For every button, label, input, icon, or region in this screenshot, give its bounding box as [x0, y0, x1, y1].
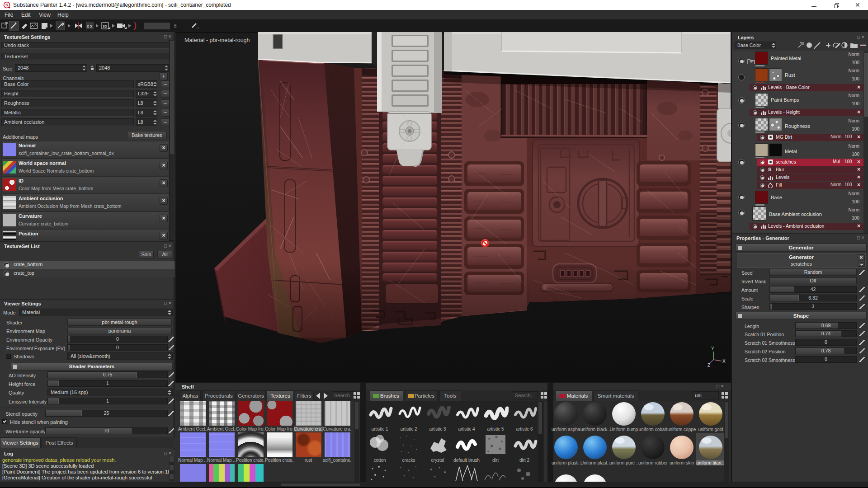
svg-text:8: 8 [174, 23, 177, 28]
svg-text:Y: Y [711, 346, 714, 351]
svg-text:Z: Z [708, 363, 710, 368]
svg-text:X: X [722, 359, 726, 364]
svg-text:x x: x x [87, 24, 93, 28]
svg-text:3D: 3D [103, 24, 107, 28]
svg-text:Material - pbr-metal-rough: Material - pbr-metal-rough [184, 37, 250, 43]
svg-text:S: S [5, 3, 8, 7]
